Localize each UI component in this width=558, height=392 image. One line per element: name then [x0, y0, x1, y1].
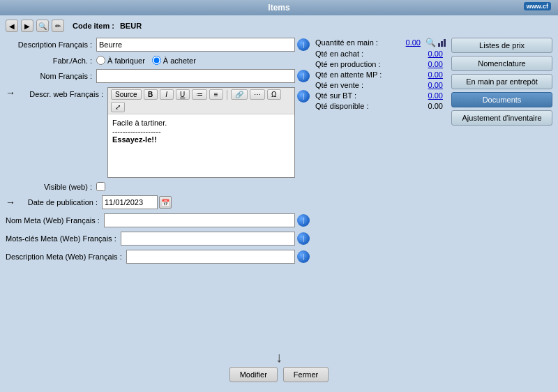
desc-meta-row: Description Meta (Web) Français :	[6, 250, 310, 264]
en-main-par-entrepot-button[interactable]: En main par entrepôt	[451, 74, 552, 89]
globe-icon-webdesc[interactable]	[297, 90, 310, 103]
mots-cles-row: Mots-clés Meta (Web) Français :	[6, 232, 310, 246]
arrow-indicator-webdesc: →	[6, 87, 15, 98]
qty-en-production-value[interactable]: 0.00	[428, 60, 443, 68]
link-btn[interactable]: 🔗	[231, 89, 248, 100]
qty-attente-mp-value[interactable]: 0.00	[428, 70, 443, 79]
list-num-btn[interactable]: ≔	[192, 89, 207, 100]
qty-en-achat-value[interactable]: 0.00	[428, 50, 443, 58]
align-btn[interactable]: ⋯	[250, 89, 265, 100]
search-qty-icon[interactable]: 🔍	[425, 38, 436, 47]
radio-fabriquer[interactable]	[96, 56, 105, 65]
ajustement-inventaire-button[interactable]: Ajustement d'inventaire	[451, 110, 552, 126]
editor-toolbar: Source B I U ≔ ≡ 🔗 ⋯ Ω ⤢	[108, 88, 294, 114]
qty-disponible-row: Qté disponible : 0.00	[315, 102, 446, 110]
right-top: Quantité en main : 0.00 🔍	[315, 38, 552, 126]
qty-en-main-row: Quantité en main : 0.00 🔍	[315, 38, 446, 47]
option-fabriquer[interactable]: À fabriquer	[96, 56, 145, 65]
qty-sur-bt-value[interactable]: 0.00	[428, 91, 443, 100]
nom-francais-label: Nom Français :	[6, 72, 96, 80]
desc-francais-row: Description Français :	[6, 38, 310, 52]
globe-icon-nom[interactable]	[297, 70, 310, 82]
documents-button[interactable]: Documents	[451, 92, 552, 107]
footer-buttons: Modifier Fermer	[229, 367, 329, 382]
qty-en-vente-row: Qté en vente : 0.00	[315, 81, 446, 89]
footer: ↓ Modifier Fermer	[6, 345, 552, 385]
qty-en-production-label: Qté en production :	[315, 60, 381, 68]
nom-meta-input[interactable]	[104, 213, 295, 227]
date-publication-row: → Date de publication : 📅	[6, 195, 310, 209]
list-btn[interactable]: ≡	[209, 89, 223, 100]
qty-disponible-label: Qté disponible :	[315, 102, 368, 110]
underline-btn[interactable]: U	[176, 89, 190, 100]
bar-chart-icon[interactable]	[438, 38, 446, 47]
down-arrow-icon: ↓	[276, 350, 282, 364]
expand-btn[interactable]: ⤢	[111, 102, 125, 112]
qty-sur-bt-label: Qté sur BT :	[315, 91, 356, 100]
code-item-label: Code item :	[73, 22, 114, 30]
globe-icon-mots-cles[interactable]	[297, 232, 310, 245]
visible-web-label: Visible (web) :	[6, 183, 96, 191]
qty-en-main-value[interactable]: 0.00	[406, 38, 421, 47]
qty-attente-mp-row: Qté en attente MP : 0.00	[315, 70, 446, 79]
left-panel: Description Français : Fabr./Ach. : À fa…	[6, 38, 310, 345]
source-btn[interactable]: Source	[111, 89, 142, 100]
arrow-indicator-date: →	[6, 197, 15, 208]
qty-disponible-value: 0.00	[428, 102, 443, 110]
desc-meta-input[interactable]	[126, 250, 295, 264]
title: Items	[268, 3, 289, 13]
omega-btn[interactable]: Ω	[267, 89, 281, 100]
qty-en-achat-row: Qté en achat : 0.00	[315, 50, 446, 58]
nom-francais-row: Nom Français :	[6, 69, 310, 83]
nom-francais-input[interactable]	[96, 69, 295, 83]
date-publication-input[interactable]	[102, 195, 158, 209]
calendar-icon[interactable]: 📅	[159, 196, 172, 209]
qty-en-main-label: Quantité en main :	[315, 38, 378, 47]
forward-button[interactable]: ▶	[21, 20, 33, 32]
globe-icon-desc[interactable]	[297, 38, 310, 51]
mots-cles-label: Mots-clés Meta (Web) Français :	[6, 234, 121, 243]
www-badge: www.cf	[524, 2, 551, 10]
qty-en-achat-label: Qté en achat :	[315, 50, 363, 58]
nom-meta-row: Nom Meta (Web) Français :	[6, 213, 310, 227]
editor-container: Source B I U ≔ ≡ 🔗 ⋯ Ω ⤢ Facile à tartin…	[107, 87, 295, 178]
date-publication-label: Date de publication :	[17, 198, 102, 206]
nom-meta-label: Nom Meta (Web) Français :	[6, 216, 104, 225]
nomenclature-button[interactable]: Nomenclature	[451, 56, 552, 71]
qty-en-vente-label: Qté en vente :	[315, 81, 363, 89]
visible-web-row: Visible (web) :	[6, 182, 310, 191]
modifier-button[interactable]: Modifier	[229, 367, 278, 382]
editor-line1: Facile à tartiner.	[112, 119, 290, 127]
search-button[interactable]: 🔍	[36, 20, 49, 32]
radio-acheter[interactable]	[152, 56, 161, 65]
fabr-ach-row: Fabr./Ach. : À fabriquer À acheter	[6, 56, 310, 65]
title-bar: Items www.cf	[0, 0, 558, 15]
globe-icon-desc-meta[interactable]	[297, 250, 310, 263]
webdesc-label: Descr. web Français :	[17, 87, 107, 98]
code-item-value: BEUR	[120, 22, 142, 30]
desc-francais-input[interactable]	[96, 38, 295, 52]
mots-cles-input[interactable]	[121, 232, 295, 246]
qty-en-vente-value[interactable]: 0.00	[428, 81, 443, 89]
visible-web-checkbox[interactable]	[96, 182, 105, 191]
option-acheter[interactable]: À acheter	[152, 56, 196, 65]
fermer-button[interactable]: Fermer	[283, 367, 329, 382]
italic-btn[interactable]: I	[160, 89, 174, 100]
listes-prix-button[interactable]: Listes de prix	[451, 38, 552, 53]
desc-francais-label: Description Français :	[6, 40, 96, 49]
fabr-ach-group: À fabriquer À acheter	[96, 56, 196, 65]
editor-line2: -------------------	[112, 127, 290, 135]
edit-button[interactable]: ✏	[52, 20, 64, 32]
desc-meta-label: Description Meta (Web) Français :	[6, 252, 126, 261]
editor-content[interactable]: Facile à tartiner. ------------------- E…	[108, 114, 294, 177]
bold-btn[interactable]: B	[144, 89, 158, 100]
quantities-section: Quantité en main : 0.00 🔍	[315, 38, 446, 126]
fabr-ach-label: Fabr./Ach. :	[6, 56, 96, 65]
right-panel: Quantité en main : 0.00 🔍	[315, 38, 552, 345]
back-button[interactable]: ◀	[6, 20, 18, 32]
editor-line3: Essayez-le!!	[112, 135, 290, 144]
body-area: Description Français : Fabr./Ach. : À fa…	[6, 38, 552, 345]
qty-attente-mp-label: Qté en attente MP :	[315, 70, 382, 79]
toolbar: ◀ ▶ 🔍 ✏ Code item : BEUR	[6, 20, 552, 32]
globe-icon-nom-meta[interactable]	[297, 214, 310, 227]
